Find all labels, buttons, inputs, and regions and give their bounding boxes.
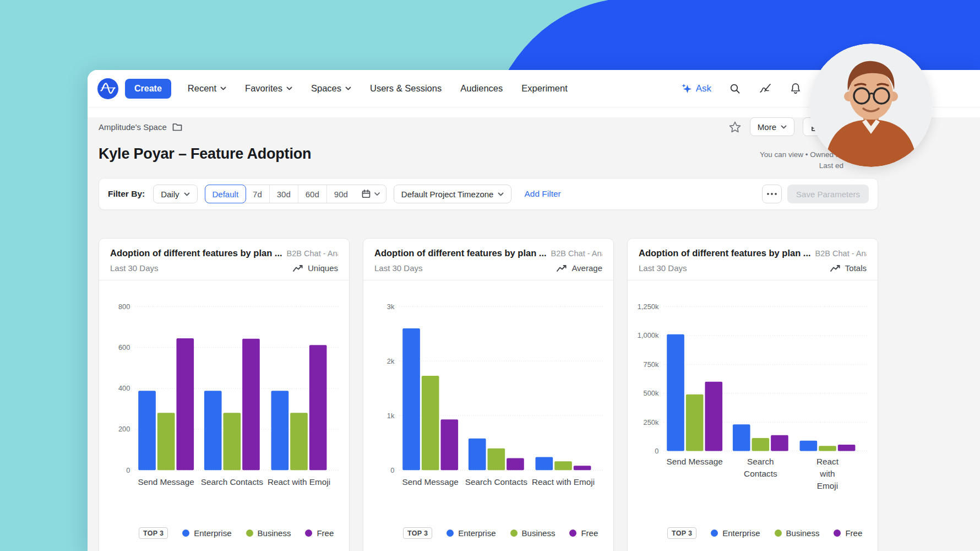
legend-dot — [510, 530, 518, 537]
bar-business-1[interactable] — [157, 413, 175, 470]
legend-item-business[interactable]: Business — [775, 528, 820, 538]
bar-enterprise-3[interactable] — [271, 391, 289, 470]
more-options-button[interactable] — [762, 185, 782, 203]
breadcrumb[interactable]: Amplitude's Space — [99, 122, 183, 132]
card-header: Adoption of different features by plan .… — [99, 239, 349, 280]
ask-button[interactable]: Ask — [681, 83, 711, 94]
card-title-row: Adoption of different features by plan .… — [639, 248, 867, 258]
chart-title[interactable]: Adoption of different features by plan .… — [639, 248, 811, 258]
granularity-dropdown[interactable]: Daily — [153, 185, 197, 203]
legend-label: Enterprise — [458, 528, 496, 538]
bar-business-2[interactable] — [488, 449, 505, 471]
chart-title[interactable]: Adoption of different features by plan .… — [110, 248, 282, 258]
nav-item-favorites[interactable]: Favorites — [245, 83, 292, 94]
chart-card-1[interactable]: Adoption of different features by plan .… — [99, 238, 350, 551]
bar-business-3[interactable] — [554, 461, 572, 470]
bar-free-2[interactable] — [242, 339, 260, 470]
amplitude-logo[interactable] — [97, 78, 118, 99]
nav-item-experiment[interactable]: Experiment — [521, 83, 567, 94]
bar-enterprise-1[interactable] — [667, 334, 684, 451]
bar-business-3[interactable] — [819, 446, 836, 451]
bar-free-1[interactable] — [176, 338, 194, 470]
legend-item-free[interactable]: Free — [834, 528, 862, 538]
add-filter-link[interactable]: Add Filter — [524, 189, 560, 199]
nav-right: Ask — [681, 82, 802, 95]
date-range-segment-60d[interactable]: 60d — [298, 185, 327, 203]
chart-card-3[interactable]: Adoption of different features by plan .… — [627, 238, 878, 551]
nav-item-label: Users & Sessions — [370, 83, 442, 94]
card-subtitle-row: Last 30 DaysAverage — [374, 263, 602, 273]
bar-enterprise-2[interactable] — [469, 439, 486, 470]
bar-enterprise-2[interactable] — [733, 424, 750, 451]
legend-label: Free — [581, 528, 598, 538]
y-axis-tick-label: 2k — [387, 357, 395, 365]
bar-free-3[interactable] — [838, 445, 856, 451]
legend-item-free[interactable]: Free — [305, 528, 334, 538]
folder-icon — [172, 122, 183, 132]
legend-item-business[interactable]: Business — [510, 528, 556, 538]
bar-enterprise-3[interactable] — [536, 457, 553, 470]
bar-free-1[interactable] — [705, 382, 722, 451]
notifications-bell-icon[interactable] — [790, 82, 802, 95]
nav-item-spaces[interactable]: Spaces — [311, 83, 351, 94]
chart-card-2[interactable]: Adoption of different features by plan .… — [363, 238, 614, 551]
legend-item-enterprise[interactable]: Enterprise — [447, 528, 496, 538]
favorite-star-icon[interactable] — [728, 121, 742, 133]
chart-notebook-icon[interactable] — [759, 83, 772, 95]
permissions-line-2: Last ed — [760, 160, 843, 171]
date-range-segment-30d[interactable]: 30d — [270, 185, 298, 203]
bar-enterprise-3[interactable] — [800, 441, 818, 451]
x-axis-label: Search — [747, 457, 774, 466]
bar-enterprise-1[interactable] — [138, 391, 156, 470]
create-button[interactable]: Create — [125, 79, 171, 99]
bar-free-3[interactable] — [309, 345, 327, 470]
chevron-down-icon — [345, 87, 351, 90]
ellipsis-icon — [767, 193, 777, 195]
line-chart-icon — [293, 264, 304, 272]
nav-item-users-sessions[interactable]: Users & Sessions — [370, 83, 442, 94]
search-icon[interactable] — [729, 83, 741, 95]
date-range-segment-90d[interactable]: 90d — [327, 185, 355, 203]
bar-business-2[interactable] — [752, 438, 770, 451]
more-label: More — [758, 122, 776, 132]
date-range-segment-default[interactable]: Default — [205, 185, 247, 203]
bar-free-1[interactable] — [440, 419, 458, 470]
nav-item-audiences[interactable]: Audiences — [460, 83, 503, 94]
chart-date-range: Last 30 Days — [639, 263, 687, 273]
bar-free-3[interactable] — [574, 466, 591, 470]
bar-business-1[interactable] — [422, 376, 439, 470]
bar-enterprise-1[interactable] — [402, 328, 420, 470]
card-subtitle-row: Last 30 DaysTotals — [639, 263, 867, 273]
date-range-segmented-control: Default7d30d60d90d — [205, 185, 386, 203]
more-button[interactable]: More — [750, 117, 794, 136]
legend-dot — [834, 530, 841, 537]
chart-cards-row: Adoption of different features by plan .… — [99, 238, 878, 551]
chart-metric-label: Uniques — [308, 263, 338, 273]
bar-enterprise-2[interactable] — [204, 391, 222, 470]
timezone-value: Default Project Timezone — [401, 190, 494, 199]
bar-free-2[interactable] — [771, 435, 788, 451]
timezone-dropdown[interactable]: Default Project Timezone — [394, 185, 512, 203]
nav-item-recent[interactable]: Recent — [188, 83, 226, 94]
y-axis-tick-label: 3k — [387, 302, 395, 311]
custom-date-range-segment[interactable] — [355, 185, 386, 203]
y-axis-tick-label: 1k — [387, 412, 395, 420]
x-axis-label: Send Message — [667, 457, 723, 466]
y-axis-tick-label: 0 — [390, 466, 394, 474]
chart-metric-label: Average — [571, 263, 602, 273]
chart-title[interactable]: Adoption of different features by plan .… — [374, 248, 547, 258]
ask-label: Ask — [696, 83, 711, 94]
date-range-segment-7d[interactable]: 7d — [246, 185, 270, 203]
legend-item-free[interactable]: Free — [569, 528, 598, 538]
chart-legend: TOP 3EnterpriseBusinessFree — [363, 527, 613, 539]
legend-label: Enterprise — [722, 528, 760, 538]
user-avatar[interactable] — [809, 44, 933, 167]
legend-item-enterprise[interactable]: Enterprise — [711, 528, 760, 538]
legend-item-enterprise[interactable]: Enterprise — [182, 528, 231, 538]
bar-business-1[interactable] — [686, 395, 704, 451]
legend-item-business[interactable]: Business — [246, 528, 291, 538]
bar-free-2[interactable] — [507, 458, 524, 470]
chevron-down-icon — [781, 125, 787, 129]
bar-business-2[interactable] — [224, 413, 241, 470]
bar-business-3[interactable] — [290, 413, 308, 470]
